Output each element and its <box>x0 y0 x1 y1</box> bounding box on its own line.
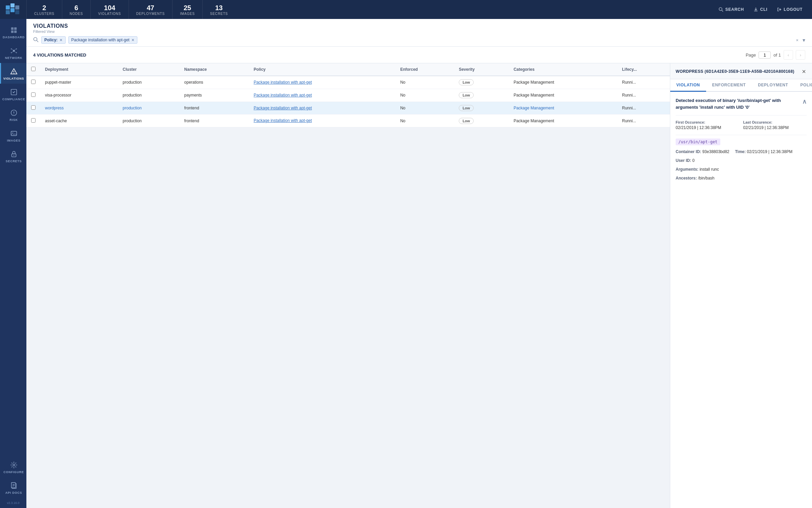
tab-deployment[interactable]: DEPLOYMENT <box>752 79 794 92</box>
svg-line-17 <box>12 49 13 50</box>
policy-cell[interactable]: Package installation with apt-get <box>249 89 396 102</box>
stat-deployments[interactable]: 47 DEPLOYMENTS <box>129 0 172 19</box>
tab-enforcement[interactable]: ENFORCEMENT <box>706 79 752 92</box>
secrets-icon <box>10 150 18 158</box>
filter-tag-close-policy[interactable]: × <box>60 38 62 42</box>
arguments-label: Arguments: <box>676 167 698 172</box>
sidebar-item-label-secrets: SECRETS <box>6 160 22 163</box>
search-icon <box>719 7 723 12</box>
compliance-icon <box>10 88 18 96</box>
svg-point-22 <box>14 73 14 74</box>
filter-tag-close-value[interactable]: × <box>132 38 134 42</box>
pagination: Page of 1 ‹ › <box>746 50 805 60</box>
search-button[interactable]: SEARCH <box>715 5 748 14</box>
logout-button[interactable]: LOGOUT <box>773 5 807 14</box>
row-checkbox[interactable] <box>31 80 36 84</box>
severity-cell: Low <box>454 102 509 114</box>
tab-policy[interactable]: POLICY <box>794 79 812 92</box>
detail-close-button[interactable]: × <box>801 68 807 75</box>
stat-secrets[interactable]: 13 SECRETS <box>202 0 235 19</box>
enforced-cell: No <box>396 102 454 114</box>
deployment-cell[interactable]: wordpress <box>40 102 118 114</box>
categories-cell: Package Management <box>509 76 617 89</box>
enforced-cell: No <box>396 89 454 102</box>
sidebar-item-compliance[interactable]: COMPLIANCE <box>0 84 26 104</box>
policy-cell[interactable]: Package installation with apt-get <box>249 102 396 114</box>
stat-violations[interactable]: 104 VIOLATIONS <box>90 0 128 19</box>
risk-icon <box>10 109 18 117</box>
main-content: VIOLATIONS Filtered View Policy: × Packa… <box>26 19 812 508</box>
dashboard-icon <box>10 26 18 34</box>
sidebar-item-dashboard[interactable]: DASHBOARD <box>0 22 26 42</box>
filter-expand-button[interactable]: ▾ <box>803 37 805 43</box>
table-row[interactable]: puppet-master production operations Pack… <box>26 76 670 89</box>
select-all-checkbox[interactable] <box>31 67 36 71</box>
app-logo[interactable] <box>0 0 26 19</box>
namespace-cell: operations <box>180 76 249 89</box>
cluster-cell[interactable]: production <box>118 102 180 114</box>
categories-cell[interactable]: Package Management <box>509 102 617 114</box>
sidebar-item-secrets[interactable]: SECRETS <box>0 146 26 166</box>
svg-point-31 <box>13 464 15 466</box>
sidebar-item-label-compliance: COMPLIANCE <box>2 98 25 101</box>
sidebar-item-label-configure: CONFIGURE <box>3 470 24 474</box>
container-id-label: Container ID: <box>676 149 701 154</box>
filter-clear-button[interactable]: × <box>796 38 798 43</box>
svg-point-16 <box>16 52 17 54</box>
policy-cell[interactable]: Package installation with apt-get <box>249 76 396 89</box>
page-prev-button[interactable]: ‹ <box>784 50 793 60</box>
filter-bar: Policy: × Package installation with apt-… <box>33 36 805 44</box>
svg-point-28 <box>12 132 13 133</box>
row-checkbox[interactable] <box>31 92 36 97</box>
policy-cell[interactable]: Package installation with apt-get <box>249 114 396 127</box>
filter-search-icon <box>33 37 39 43</box>
page-next-button[interactable]: › <box>796 50 805 60</box>
page-input[interactable] <box>759 51 771 59</box>
table-row[interactable]: visa-processor production payments Packa… <box>26 89 670 102</box>
categories-cell: Package Management <box>509 89 617 102</box>
stat-nodes[interactable]: 6 NODES <box>62 0 91 19</box>
sidebar-item-images[interactable]: IMAGES <box>0 125 26 146</box>
occurrence-grid: First Occurence: 02/21/2019 | 12:36:38PM… <box>676 115 807 135</box>
sidebar-item-network[interactable]: NETWORK <box>0 42 26 63</box>
images-icon <box>10 130 18 137</box>
row-checkbox[interactable] <box>31 118 36 123</box>
container-id-val: 93e38803bd82 <box>702 149 729 154</box>
container-id-field: Container ID: 93e38803bd82 Time: 02/21/2… <box>676 147 807 156</box>
sidebar-item-api-docs[interactable]: API DOCS <box>0 477 26 498</box>
tab-violation[interactable]: VIOLATION <box>670 79 706 92</box>
configure-icon <box>10 461 18 469</box>
col-policy: Policy <box>249 63 396 76</box>
cluster-cell: production <box>118 76 180 89</box>
svg-rect-11 <box>14 30 16 33</box>
detail-body: Detected execution of binary '/usr/bin/a… <box>670 92 812 508</box>
cli-button[interactable]: CLI <box>749 5 772 14</box>
policy-filter-tag: Policy: × <box>41 36 66 44</box>
topbar-actions: SEARCH CLI LOGOUT <box>709 0 812 19</box>
col-lifecycle: Lifecy... <box>617 63 670 76</box>
user-id-field: User ID: 0 <box>676 156 807 165</box>
sidebar-item-label-api-docs: API DOCS <box>5 491 22 494</box>
svg-line-7 <box>722 10 723 12</box>
sidebar-item-violations[interactable]: VIOLATIONS <box>0 63 26 84</box>
svg-line-18 <box>14 49 16 50</box>
svg-point-30 <box>13 155 14 156</box>
time-val: 02/21/2019 | 12:36:38PM <box>747 149 793 154</box>
command-tag: /usr/bin/apt-get <box>676 139 720 145</box>
sidebar-item-risk[interactable]: RISK <box>0 104 26 125</box>
table-row[interactable]: asset-cache production frontend Package … <box>26 114 670 127</box>
svg-rect-3 <box>10 8 15 12</box>
table-row[interactable]: wordpress production frontend Package in… <box>26 102 670 114</box>
violations-table: Deployment Cluster Namespace Policy Enfo… <box>26 63 670 127</box>
severity-cell: Low <box>454 89 509 102</box>
svg-point-13 <box>10 48 12 50</box>
svg-point-14 <box>16 48 17 50</box>
stat-clusters[interactable]: 2 CLUSTERS <box>26 0 62 19</box>
sidebar-item-label-risk: RISK <box>9 118 18 122</box>
violation-collapse-chevron[interactable]: ∧ <box>802 97 807 106</box>
deployment-cell: asset-cache <box>40 114 118 127</box>
row-checkbox[interactable] <box>31 105 36 110</box>
ancestors-label: Ancestors: <box>676 176 697 181</box>
stat-images[interactable]: 25 IMAGES <box>172 0 202 19</box>
sidebar-item-configure[interactable]: CONFIGURE <box>0 457 26 477</box>
